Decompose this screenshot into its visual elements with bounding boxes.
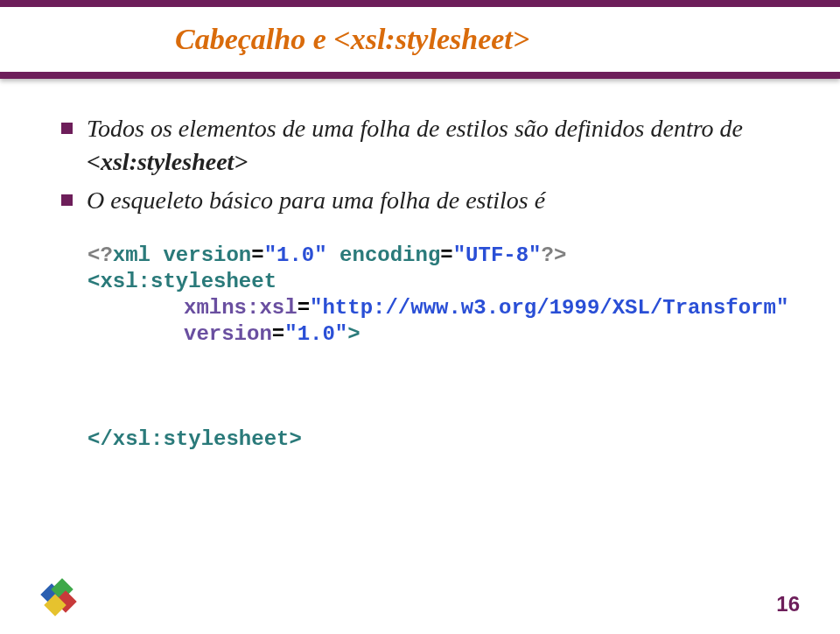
code-blank: [88, 348, 779, 426]
code-line: <?xml version="1.0" encoding="UTF-8"?>: [88, 243, 779, 269]
code-line: version="1.0">: [88, 321, 779, 348]
code-token: =: [272, 322, 284, 346]
code-token: "1.0": [284, 322, 347, 346]
code-token: "UTF-8": [453, 243, 542, 267]
code-token: "1.0": [264, 243, 327, 267]
bullet-item: Todos os elementos de uma folha de estil…: [61, 112, 779, 179]
bullet-prefix: Todos os elementos de uma folha de estil…: [87, 115, 743, 142]
bullet-marker-icon: [61, 123, 73, 134]
code-line: xmlns:xsl="http://www.w3.org/1999/XSL/Tr…: [88, 295, 779, 321]
code-token: </: [88, 427, 113, 451]
bullet-text: O esqueleto básico para uma folha de est…: [87, 184, 545, 217]
code-token: "http://www.w3.org/1999/XSL/Transform": [310, 296, 788, 320]
code-token: =: [440, 243, 452, 267]
bullet-item: O esqueleto básico para uma folha de est…: [61, 184, 779, 217]
code-token: xml version: [113, 243, 251, 267]
code-token: >: [289, 427, 301, 451]
code-token: xmlns:xsl: [184, 296, 298, 320]
bullet-prefix: O esqueleto básico para uma folha de est…: [87, 187, 545, 214]
code-token: =: [298, 296, 310, 320]
code-token: >: [347, 322, 360, 346]
code-token: encoding: [327, 243, 441, 267]
code-line: </xsl:stylesheet>: [88, 426, 779, 453]
page-number: 16: [776, 592, 800, 616]
title-band: Cabeçalho e <xsl:stylesheet>: [0, 0, 840, 79]
bullet-bold: <xsl:stylesheet>: [87, 148, 248, 175]
title-inner: Cabeçalho e <xsl:stylesheet>: [0, 7, 840, 72]
bullet-marker-icon: [61, 194, 73, 206]
code-token: <: [88, 270, 100, 293]
code-token: version: [184, 322, 272, 346]
code-token: =: [251, 243, 263, 267]
code-token: xsl:stylesheet: [113, 427, 290, 451]
logo-icon: [40, 581, 79, 616]
code-line: <xsl:stylesheet: [88, 269, 779, 295]
bullet-text: Todos os elementos de uma folha de estil…: [87, 112, 779, 179]
code-block: <?xml version="1.0" encoding="UTF-8"?> <…: [88, 243, 779, 453]
content-area: Todos os elementos de uma folha de estil…: [0, 79, 840, 453]
code-token: <?: [88, 243, 113, 267]
slide-title: Cabeçalho e <xsl:stylesheet>: [175, 23, 529, 56]
code-token: ?>: [542, 243, 567, 267]
code-token: xsl:stylesheet: [100, 270, 276, 293]
